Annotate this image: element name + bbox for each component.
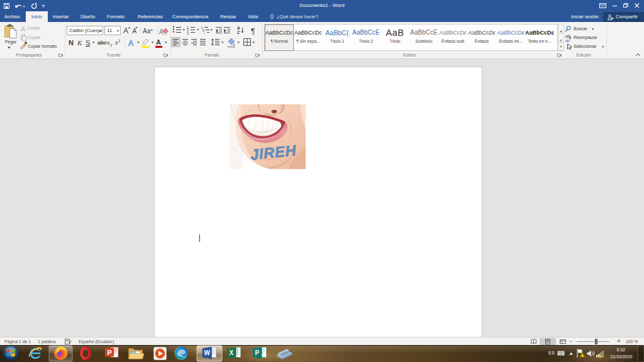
- svg-text:A: A: [123, 26, 128, 35]
- svg-text:K: K: [77, 39, 82, 47]
- svg-text:P: P: [255, 349, 260, 356]
- svg-text:2: 2: [118, 39, 121, 43]
- svg-text:ab: ab: [565, 34, 570, 38]
- svg-text:S: S: [86, 39, 90, 47]
- svg-text:ac: ac: [565, 38, 570, 43]
- svg-text:3: 3: [187, 31, 189, 35]
- svg-text:¶: ¶: [251, 27, 255, 36]
- svg-text:N: N: [69, 39, 74, 47]
- svg-text:W: W: [204, 349, 211, 356]
- svg-text:Z: Z: [237, 30, 240, 35]
- svg-text:!: !: [581, 354, 582, 358]
- svg-text:A: A: [237, 26, 240, 30]
- svg-text:i: i: [204, 31, 204, 35]
- svg-text:X: X: [230, 349, 234, 356]
- svg-text:Aa: Aa: [143, 28, 151, 35]
- svg-text:abc: abc: [97, 40, 107, 46]
- svg-text:2: 2: [110, 43, 113, 47]
- svg-text:A: A: [128, 39, 133, 48]
- svg-text:A: A: [156, 38, 161, 46]
- svg-text:A: A: [133, 28, 137, 35]
- svg-text:P: P: [108, 349, 112, 356]
